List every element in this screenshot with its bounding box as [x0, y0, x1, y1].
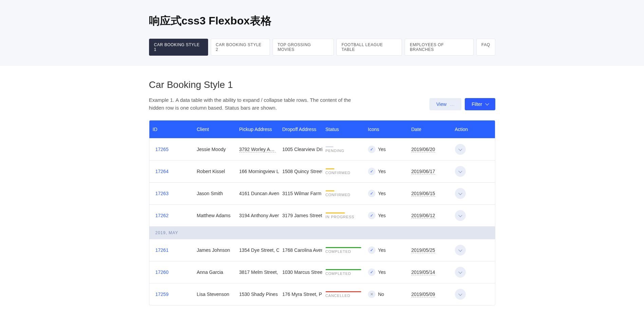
cell-action	[452, 205, 495, 226]
view-button[interactable]: View …	[429, 98, 461, 110]
booking-id-link[interactable]: 17260	[155, 269, 169, 275]
cell-date: 2019/05/25	[408, 239, 452, 261]
booking-id-link[interactable]: 17262	[155, 213, 169, 218]
cell-client: Jason Smith	[194, 183, 236, 204]
cell-status: COMPLETED	[322, 239, 365, 261]
booking-id-link[interactable]: 17259	[155, 292, 169, 297]
cell-pickup: 4161 Duncan Aven...	[236, 183, 279, 204]
section-actions: View … Filter	[429, 98, 495, 110]
expand-row-button[interactable]	[455, 289, 466, 300]
date-link[interactable]: 2019/06/15	[411, 191, 435, 197]
pickup-address-link[interactable]: 3792 Worley Avenu...	[239, 147, 276, 152]
icon-label: Yes	[378, 169, 386, 174]
status-bar	[326, 146, 333, 147]
date-link[interactable]: 2019/06/20	[411, 147, 435, 152]
cell-date: 2019/06/12	[408, 205, 452, 226]
tab-0[interactable]: CAR BOOKING STYLE 1	[149, 39, 208, 56]
cell-pickup: 1530 Shady Pines ...	[236, 283, 279, 305]
status-text: PENDING	[326, 149, 361, 153]
icon-label: No	[378, 292, 384, 297]
expand-row-button[interactable]	[455, 210, 466, 221]
booking-id-link[interactable]: 17264	[155, 169, 169, 174]
booking-id-link[interactable]: 17263	[155, 191, 169, 196]
page-title: 响应式css3 Flexbox表格	[149, 14, 495, 29]
cell-client: Jessie Moody	[194, 138, 236, 160]
expand-row-button[interactable]	[455, 144, 466, 155]
cell-status: CONFIRMED	[322, 161, 365, 182]
expand-row-button[interactable]	[455, 245, 466, 256]
chevron-down-icon	[458, 248, 462, 251]
cell-id: 17262	[149, 205, 194, 226]
tab-4[interactable]: EMPLOYEES OF BRANCHES	[405, 39, 474, 56]
cell-icons: ✓Yes	[365, 161, 408, 182]
cell-pickup: 3817 Melm Street, ...	[236, 261, 279, 283]
cell-dropoff: 176 Myra Street, Pr...	[279, 283, 322, 305]
date-link[interactable]: 2019/06/12	[411, 213, 435, 219]
tab-1[interactable]: CAR BOOKING STYLE 2	[211, 39, 270, 56]
table-row: 17260Anna Garcia3817 Melm Street, ...103…	[149, 261, 495, 283]
ellipsis-icon: …	[450, 101, 455, 107]
cell-icons: ✓Yes	[365, 205, 408, 226]
icon-label: Yes	[378, 213, 386, 218]
tab-5[interactable]: FAQ	[476, 39, 495, 56]
cell-status: PENDING	[322, 138, 365, 160]
cell-action	[452, 283, 495, 305]
status-bar	[326, 269, 361, 270]
check-icon: ✓	[368, 190, 375, 197]
status-bar	[326, 291, 361, 292]
cell-icons: ✓Yes	[365, 261, 408, 283]
header-client: Client	[194, 120, 236, 138]
expand-row-button[interactable]	[455, 267, 466, 278]
cell-icons: ✓Yes	[365, 183, 408, 204]
cell-date: 2019/05/14	[408, 261, 452, 283]
booking-id-link[interactable]: 17265	[155, 147, 169, 152]
section-description: Example 1. A data table with the ability…	[149, 96, 356, 112]
cell-client: Anna Garcia	[194, 261, 236, 283]
filter-button-label: Filter	[472, 101, 482, 107]
table-row: 17261James Johnson1354 Dye Street, Ch...…	[149, 239, 495, 261]
cell-icons: ✕No	[365, 283, 408, 305]
booking-id-link[interactable]: 17261	[155, 247, 169, 253]
status-bar	[326, 190, 334, 191]
date-link[interactable]: 2019/05/14	[411, 269, 435, 275]
header-status: Status	[322, 120, 365, 138]
table-row: 17265Jessie Moody3792 Worley Avenu...100…	[149, 138, 495, 161]
check-icon: ✓	[368, 168, 375, 175]
status-bar	[326, 168, 334, 169]
chevron-down-icon	[458, 213, 462, 217]
header-pickup: Pickup Address	[236, 120, 279, 138]
expand-row-button[interactable]	[455, 188, 466, 199]
table-row: 17263Jason Smith4161 Duncan Aven...3115 …	[149, 183, 495, 205]
cell-dropoff: 3179 James Street,...	[279, 205, 322, 226]
date-link[interactable]: 2019/05/09	[411, 292, 435, 297]
icon-label: Yes	[378, 191, 386, 196]
cell-dropoff: 3115 Wilmar Farm ...	[279, 183, 322, 204]
cell-pickup: 3792 Worley Avenu...	[236, 138, 279, 160]
table-subheader: 2019, MAY	[149, 226, 495, 239]
cell-client: Matthew Adams	[194, 205, 236, 226]
icon-label: Yes	[378, 269, 386, 275]
cell-date: 2019/06/17	[408, 161, 452, 182]
cell-status: CONFIRMED	[322, 183, 365, 204]
tab-3[interactable]: FOOTBALL LEAGUE TABLE	[336, 39, 402, 56]
cell-status: IN PROGRESS	[322, 205, 365, 226]
cell-action	[452, 239, 495, 261]
chevron-down-icon	[458, 147, 462, 151]
cell-id: 17264	[149, 161, 194, 182]
date-link[interactable]: 2019/06/17	[411, 169, 435, 174]
filter-button[interactable]: Filter	[465, 98, 495, 110]
chevron-down-icon	[485, 101, 489, 105]
cell-id: 17261	[149, 239, 194, 261]
chevron-down-icon	[458, 169, 462, 173]
header-action: Action	[452, 120, 495, 138]
chevron-down-icon	[458, 191, 462, 195]
expand-row-button[interactable]	[455, 166, 466, 177]
bookings-table: ID Client Pickup Address Dropoff Address…	[149, 120, 495, 305]
cell-date: 2019/06/15	[408, 183, 452, 204]
cross-icon: ✕	[368, 291, 375, 298]
cell-client: Lisa Stevenson	[194, 283, 236, 305]
date-link[interactable]: 2019/05/25	[411, 247, 435, 253]
cell-icons: ✓Yes	[365, 239, 408, 261]
check-icon: ✓	[368, 268, 375, 276]
tab-2[interactable]: TOP GROSSING MOVIES	[273, 39, 334, 56]
